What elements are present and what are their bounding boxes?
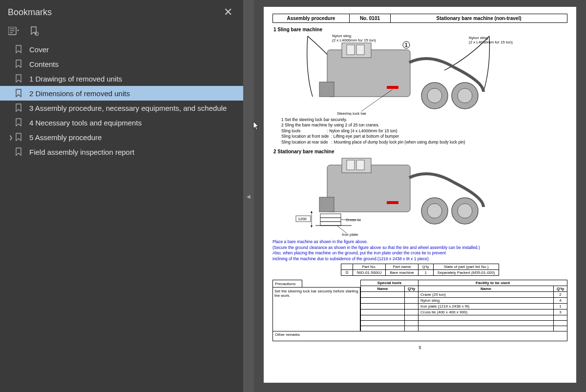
bookmark-icon bbox=[15, 118, 23, 127]
precautions-table: Precautions Set the steering lock bar se… bbox=[272, 280, 360, 331]
bookmark-label: Contents bbox=[29, 60, 238, 68]
svg-text:Cross tie: Cross tie bbox=[346, 218, 361, 222]
svg-text:(2 x L4000mm for 15 ton): (2 x L4000mm for 15 ton) bbox=[469, 40, 513, 44]
outline-options-icon[interactable] bbox=[8, 25, 20, 37]
svg-rect-33 bbox=[320, 214, 341, 218]
svg-rect-27 bbox=[319, 197, 334, 212]
svg-point-14 bbox=[458, 88, 472, 103]
close-icon[interactable]: ✕ bbox=[221, 5, 235, 20]
section2-title: 2 Stationary bare machine bbox=[273, 149, 567, 154]
bookmark-item[interactable]: ❯5 Assembly procedure bbox=[0, 130, 243, 144]
bookmark-label: Field assembly inspection report bbox=[29, 148, 238, 156]
svg-point-32 bbox=[458, 204, 472, 218]
bookmark-label: 3 Assembly procedure, necessary equipmen… bbox=[29, 104, 238, 112]
figure2: 1200 Cross tie Iron plate bbox=[272, 155, 567, 237]
collapse-arrow-icon[interactable]: ◀ bbox=[247, 193, 251, 199]
bookmark-ribbon-icon[interactable] bbox=[28, 25, 40, 37]
bookmark-item[interactable]: 3 Assembly procedure, necessary equipmen… bbox=[0, 101, 243, 115]
bookmark-label: 2 Dimensions of removed units bbox=[29, 89, 238, 98]
svg-rect-34 bbox=[320, 218, 341, 222]
bookmark-label: 4 Necessary tools and equipments bbox=[29, 119, 238, 127]
header-col2: No. 0101 bbox=[349, 14, 390, 23]
bookmark-label: 5 Assembly procedure bbox=[29, 133, 238, 142]
section2-bluenotes: Place a bare machine as shown in the fig… bbox=[272, 239, 567, 262]
svg-text:1200: 1200 bbox=[298, 217, 307, 221]
svg-point-12 bbox=[427, 88, 442, 103]
bookmarks-sidebar: Bookmarks ✕ CoverContents1 Drawings of r… bbox=[0, 0, 243, 392]
parts-table: Part No.Part nameQ'tyState of part (part… bbox=[341, 264, 500, 276]
bookmark-item[interactable]: Cover bbox=[0, 42, 243, 57]
bookmark-item[interactable]: 2 Dimensions of removed units bbox=[0, 86, 243, 101]
bookmark-item[interactable]: Contents bbox=[0, 57, 243, 71]
expand-chevron-icon[interactable]: ❯ bbox=[7, 135, 15, 140]
remarks-table: Other remarks bbox=[272, 331, 567, 341]
sidebar-title: Bookmarks bbox=[8, 7, 52, 18]
bookmark-icon bbox=[15, 133, 23, 142]
svg-point-30 bbox=[427, 204, 442, 218]
bookmark-item[interactable]: 1 Drawings of removed units bbox=[0, 71, 243, 86]
page-number: 5 bbox=[272, 345, 567, 350]
svg-text:1: 1 bbox=[405, 42, 408, 48]
bookmark-icon bbox=[15, 60, 23, 68]
bookmark-icon bbox=[15, 89, 23, 98]
svg-rect-7 bbox=[347, 45, 355, 55]
section1-title: 1 Sling bare machine bbox=[273, 27, 567, 32]
svg-text:Nylon sling: Nylon sling bbox=[469, 36, 488, 40]
bookmark-icon bbox=[15, 74, 23, 83]
bookmark-icon bbox=[15, 147, 23, 156]
svg-rect-35 bbox=[320, 222, 341, 226]
svg-rect-28 bbox=[387, 201, 398, 204]
svg-text:Steering lock bar: Steering lock bar bbox=[337, 111, 366, 115]
bookmark-icon bbox=[15, 103, 23, 112]
section1-notes: 1 Set the steering lock bar securely.2 S… bbox=[281, 117, 567, 145]
bottom-tables: Precautions Set the steering lock bar se… bbox=[272, 280, 567, 331]
svg-text:Iron plate: Iron plate bbox=[342, 232, 358, 237]
bookmark-item[interactable]: Field assembly inspection report bbox=[0, 144, 243, 159]
svg-rect-25 bbox=[347, 160, 355, 170]
svg-rect-8 bbox=[356, 45, 364, 55]
svg-text:(2 x L4000mm for 15 ton): (2 x L4000mm for 15 ton) bbox=[332, 38, 376, 42]
document-page: Assembly procedure No. 0101 Stationary b… bbox=[264, 7, 576, 383]
bookmarks-list: CoverContents1 Drawings of removed units… bbox=[0, 42, 243, 392]
header-col3: Stationary bare machine (non-travel) bbox=[391, 14, 567, 23]
bookmark-icon bbox=[15, 45, 23, 54]
page-header-table: Assembly procedure No. 0101 Stationary b… bbox=[272, 14, 567, 23]
header-col1: Assembly procedure bbox=[273, 14, 350, 23]
svg-rect-26 bbox=[356, 160, 364, 170]
sidebar-resizer[interactable]: ◀ bbox=[243, 0, 254, 392]
tools-table: Special tools Facility to be used Name Q… bbox=[360, 280, 567, 331]
document-viewport[interactable]: Assembly procedure No. 0101 Stationary b… bbox=[254, 0, 586, 392]
bookmarks-toolbar bbox=[0, 23, 243, 42]
sidebar-header: Bookmarks ✕ bbox=[0, 0, 243, 23]
svg-rect-10 bbox=[387, 86, 398, 89]
figure1: Steering lock bar 1 Nylon sling (2 x L40… bbox=[272, 33, 567, 115]
bookmark-label: 1 Drawings of removed units bbox=[29, 75, 238, 83]
bookmark-item[interactable]: 4 Necessary tools and equipments bbox=[0, 115, 243, 130]
svg-text:Nylon sling: Nylon sling bbox=[332, 34, 351, 38]
bookmark-label: Cover bbox=[29, 45, 238, 54]
svg-rect-9 bbox=[319, 82, 334, 97]
